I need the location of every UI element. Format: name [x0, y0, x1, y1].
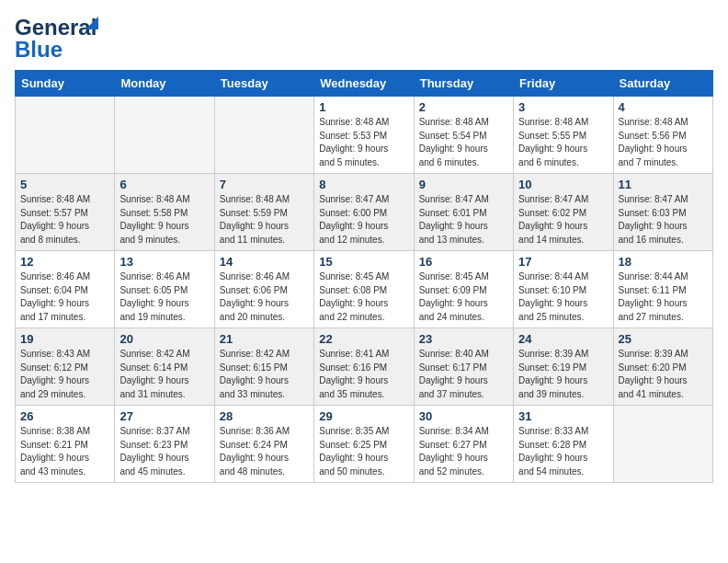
- calendar-cell: [613, 406, 712, 483]
- calendar-header-thursday: Thursday: [414, 71, 513, 97]
- day-number: 25: [619, 332, 708, 346]
- day-info: Sunrise: 8:48 AM Sunset: 5:59 PM Dayligh…: [220, 193, 309, 247]
- day-number: 29: [319, 409, 408, 423]
- calendar-cell: [16, 97, 115, 174]
- day-info: Sunrise: 8:47 AM Sunset: 6:02 PM Dayligh…: [518, 193, 608, 247]
- calendar-cell: 15Sunrise: 8:45 AM Sunset: 6:08 PM Dayli…: [314, 251, 414, 328]
- calendar-cell: 2Sunrise: 8:48 AM Sunset: 5:54 PM Daylig…: [414, 97, 513, 174]
- calendar-cell: 8Sunrise: 8:47 AM Sunset: 6:00 PM Daylig…: [314, 174, 414, 251]
- calendar-table: SundayMondayTuesdayWednesdayThursdayFrid…: [15, 70, 713, 483]
- day-info: Sunrise: 8:48 AM Sunset: 5:55 PM Dayligh…: [518, 116, 608, 169]
- calendar-header-monday: Monday: [115, 71, 214, 97]
- calendar-cell: 5Sunrise: 8:48 AM Sunset: 5:57 PM Daylig…: [16, 174, 115, 251]
- day-number: 8: [319, 178, 408, 191]
- day-number: 31: [518, 409, 608, 423]
- day-info: Sunrise: 8:47 AM Sunset: 6:03 PM Dayligh…: [619, 193, 708, 247]
- calendar-cell: 25Sunrise: 8:39 AM Sunset: 6:20 PM Dayli…: [613, 328, 712, 406]
- calendar-cell: 31Sunrise: 8:33 AM Sunset: 6:28 PM Dayli…: [514, 406, 613, 483]
- day-info: Sunrise: 8:46 AM Sunset: 6:06 PM Dayligh…: [220, 270, 309, 324]
- calendar-cell: 19Sunrise: 8:43 AM Sunset: 6:12 PM Dayli…: [16, 328, 115, 406]
- calendar-cell: 6Sunrise: 8:48 AM Sunset: 5:58 PM Daylig…: [115, 174, 214, 251]
- calendar-cell: 26Sunrise: 8:38 AM Sunset: 6:21 PM Dayli…: [16, 406, 115, 483]
- day-info: Sunrise: 8:44 AM Sunset: 6:10 PM Dayligh…: [518, 270, 608, 324]
- day-number: 3: [518, 100, 608, 114]
- day-number: 27: [119, 409, 209, 423]
- calendar-header-wednesday: Wednesday: [314, 71, 414, 97]
- calendar-cell: [214, 97, 313, 174]
- day-info: Sunrise: 8:34 AM Sunset: 6:27 PM Dayligh…: [419, 425, 508, 478]
- calendar-cell: [115, 97, 214, 174]
- calendar-cell: 3Sunrise: 8:48 AM Sunset: 5:55 PM Daylig…: [514, 97, 613, 174]
- day-info: Sunrise: 8:37 AM Sunset: 6:23 PM Dayligh…: [119, 425, 209, 478]
- day-info: Sunrise: 8:44 AM Sunset: 6:11 PM Dayligh…: [619, 270, 708, 324]
- day-number: 18: [619, 255, 708, 269]
- calendar-cell: 9Sunrise: 8:47 AM Sunset: 6:01 PM Daylig…: [414, 174, 513, 251]
- calendar-week-row: 5Sunrise: 8:48 AM Sunset: 5:57 PM Daylig…: [16, 174, 713, 251]
- calendar-cell: 16Sunrise: 8:45 AM Sunset: 6:09 PM Dayli…: [414, 251, 513, 328]
- calendar-cell: 11Sunrise: 8:47 AM Sunset: 6:03 PM Dayli…: [613, 174, 712, 251]
- day-info: Sunrise: 8:47 AM Sunset: 6:00 PM Dayligh…: [319, 193, 408, 247]
- calendar-cell: 29Sunrise: 8:35 AM Sunset: 6:25 PM Dayli…: [314, 406, 414, 483]
- calendar-week-row: 26Sunrise: 8:38 AM Sunset: 6:21 PM Dayli…: [16, 406, 713, 483]
- calendar-cell: 27Sunrise: 8:37 AM Sunset: 6:23 PM Dayli…: [115, 406, 214, 483]
- day-info: Sunrise: 8:35 AM Sunset: 6:25 PM Dayligh…: [319, 425, 408, 478]
- calendar-cell: 4Sunrise: 8:48 AM Sunset: 5:56 PM Daylig…: [613, 97, 712, 174]
- logo-general: General: [15, 15, 97, 40]
- day-number: 26: [20, 409, 109, 423]
- day-number: 7: [220, 178, 309, 191]
- day-number: 4: [619, 100, 708, 114]
- day-info: Sunrise: 8:36 AM Sunset: 6:24 PM Dayligh…: [220, 425, 309, 478]
- day-number: 10: [518, 178, 608, 191]
- day-number: 23: [419, 332, 508, 346]
- day-info: Sunrise: 8:40 AM Sunset: 6:17 PM Dayligh…: [419, 348, 508, 401]
- calendar-week-row: 19Sunrise: 8:43 AM Sunset: 6:12 PM Dayli…: [16, 328, 713, 406]
- calendar-cell: 12Sunrise: 8:46 AM Sunset: 6:04 PM Dayli…: [16, 251, 115, 328]
- day-info: Sunrise: 8:46 AM Sunset: 6:05 PM Dayligh…: [119, 270, 209, 324]
- day-info: Sunrise: 8:46 AM Sunset: 6:04 PM Dayligh…: [20, 270, 109, 324]
- day-number: 13: [119, 255, 209, 269]
- calendar-cell: 20Sunrise: 8:42 AM Sunset: 6:14 PM Dayli…: [115, 328, 214, 406]
- day-info: Sunrise: 8:42 AM Sunset: 6:15 PM Dayligh…: [220, 348, 309, 401]
- day-number: 12: [20, 255, 109, 269]
- day-number: 1: [319, 100, 408, 114]
- day-number: 9: [419, 178, 508, 191]
- calendar-header-sunday: Sunday: [16, 71, 115, 97]
- day-info: Sunrise: 8:39 AM Sunset: 6:19 PM Dayligh…: [518, 348, 608, 401]
- day-number: 14: [220, 255, 309, 269]
- day-number: 22: [319, 332, 408, 346]
- calendar-cell: 30Sunrise: 8:34 AM Sunset: 6:27 PM Dayli…: [414, 406, 513, 483]
- day-number: 30: [419, 409, 508, 423]
- calendar-week-row: 12Sunrise: 8:46 AM Sunset: 6:04 PM Dayli…: [16, 251, 713, 328]
- day-info: Sunrise: 8:42 AM Sunset: 6:14 PM Dayligh…: [119, 348, 209, 401]
- day-number: 16: [419, 255, 508, 269]
- day-info: Sunrise: 8:33 AM Sunset: 6:28 PM Dayligh…: [518, 425, 608, 478]
- calendar-cell: 1Sunrise: 8:48 AM Sunset: 5:53 PM Daylig…: [314, 97, 414, 174]
- calendar-week-row: 1Sunrise: 8:48 AM Sunset: 5:53 PM Daylig…: [16, 97, 713, 174]
- calendar-header-tuesday: Tuesday: [214, 71, 313, 97]
- day-info: Sunrise: 8:48 AM Sunset: 5:57 PM Dayligh…: [20, 193, 109, 247]
- calendar-header-friday: Friday: [514, 71, 613, 97]
- calendar-cell: 24Sunrise: 8:39 AM Sunset: 6:19 PM Dayli…: [514, 328, 613, 406]
- day-number: 15: [319, 255, 408, 269]
- day-number: 28: [220, 409, 309, 423]
- calendar-cell: 21Sunrise: 8:42 AM Sunset: 6:15 PM Dayli…: [214, 328, 313, 406]
- day-info: Sunrise: 8:39 AM Sunset: 6:20 PM Dayligh…: [619, 348, 708, 401]
- day-info: Sunrise: 8:45 AM Sunset: 6:09 PM Dayligh…: [419, 270, 508, 324]
- calendar-cell: 14Sunrise: 8:46 AM Sunset: 6:06 PM Dayli…: [214, 251, 313, 328]
- calendar-cell: 7Sunrise: 8:48 AM Sunset: 5:59 PM Daylig…: [214, 174, 313, 251]
- day-number: 5: [20, 178, 109, 191]
- calendar-cell: 10Sunrise: 8:47 AM Sunset: 6:02 PM Dayli…: [514, 174, 613, 251]
- day-number: 6: [119, 178, 209, 191]
- day-number: 17: [518, 255, 608, 269]
- calendar-cell: 17Sunrise: 8:44 AM Sunset: 6:10 PM Dayli…: [514, 251, 613, 328]
- calendar-body: 1Sunrise: 8:48 AM Sunset: 5:53 PM Daylig…: [16, 97, 713, 483]
- day-info: Sunrise: 8:41 AM Sunset: 6:16 PM Dayligh…: [319, 348, 408, 401]
- day-info: Sunrise: 8:38 AM Sunset: 6:21 PM Dayligh…: [20, 425, 109, 478]
- day-info: Sunrise: 8:48 AM Sunset: 5:58 PM Dayligh…: [119, 193, 209, 247]
- day-number: 11: [619, 178, 708, 191]
- logo-blue: Blue: [15, 37, 97, 63]
- day-number: 24: [518, 332, 608, 346]
- day-number: 2: [419, 100, 508, 114]
- day-info: Sunrise: 8:43 AM Sunset: 6:12 PM Dayligh…: [20, 348, 109, 401]
- calendar-cell: 22Sunrise: 8:41 AM Sunset: 6:16 PM Dayli…: [314, 328, 414, 406]
